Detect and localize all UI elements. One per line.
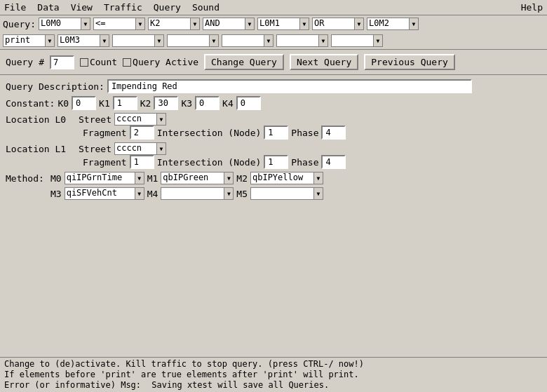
row2-combo4[interactable]: ▼ <box>167 34 219 47</box>
or-arrow[interactable]: ▼ <box>354 18 364 30</box>
method-row2: M3 qiSFVehCnt ▼ M4 ▼ M5 ▼ <box>50 187 541 200</box>
row2-val4[interactable] <box>167 34 209 47</box>
menu-view[interactable]: View <box>69 1 94 13</box>
m5-arrow[interactable]: ▼ <box>313 187 323 200</box>
row2-arrow6[interactable]: ▼ <box>318 34 328 47</box>
next-query-button[interactable]: Next Query <box>290 54 358 70</box>
l0m3-combo[interactable]: L0M3 ▼ <box>58 34 109 47</box>
and-arrow[interactable]: ▼ <box>245 18 255 30</box>
l0-fragment-input[interactable] <box>130 126 154 140</box>
l0-fragment-label: Fragment <box>83 128 127 138</box>
row2-val3[interactable] <box>112 34 154 47</box>
m1-arrow[interactable]: ▼ <box>224 172 234 184</box>
query-active-label[interactable]: Query Active <box>123 57 198 67</box>
method-label: Method: <box>6 173 48 184</box>
count-checkbox-label[interactable]: Count <box>80 57 117 67</box>
l0-street-value[interactable]: ccccn <box>114 113 156 126</box>
l1-phase-input[interactable] <box>321 155 346 169</box>
m3-arrow[interactable]: ▼ <box>135 187 144 200</box>
menu-data[interactable]: Data <box>36 1 60 13</box>
m3-label: M3 <box>50 189 62 199</box>
row2-combo6[interactable]: ▼ <box>276 34 328 47</box>
previous-query-button[interactable]: Previous Query <box>364 54 455 70</box>
count-checkbox[interactable] <box>80 58 88 67</box>
row2-combo7[interactable]: ▼ <box>331 34 383 47</box>
l1-fragment-input[interactable] <box>130 155 154 169</box>
print-combo[interactable]: print ▼ <box>3 34 55 47</box>
m0-arrow[interactable]: ▼ <box>135 172 144 184</box>
l0m2-value[interactable]: L0M2 <box>367 18 409 30</box>
m1-combo[interactable]: qbIPGreen ▼ <box>161 172 234 184</box>
l0-phase-input[interactable] <box>321 126 346 140</box>
l0m3-arrow[interactable]: ▼ <box>100 34 109 47</box>
query-active-checkbox[interactable] <box>123 58 131 67</box>
description-input[interactable] <box>107 79 472 93</box>
k4-input[interactable] <box>236 96 261 110</box>
row2-val6[interactable] <box>276 34 318 47</box>
location-l1-row: Location L1 Street ccccn ▼ <box>6 142 541 155</box>
k3-label: K3 <box>181 98 192 109</box>
row2-arrow3[interactable]: ▼ <box>154 34 164 47</box>
and-combo[interactable]: AND ▼ <box>203 18 255 30</box>
change-query-button[interactable]: Change Query <box>204 54 284 70</box>
print-value[interactable]: print <box>3 34 45 47</box>
l0m2-arrow[interactable]: ▼ <box>409 18 419 30</box>
l0m0-combo[interactable]: L0M0 ▼ <box>39 18 90 30</box>
l1-street-combo[interactable]: ccccn ▼ <box>114 142 166 155</box>
l0m0-value[interactable]: L0M0 <box>39 18 81 30</box>
row2-combo3[interactable]: ▼ <box>112 34 164 47</box>
row2-arrow4[interactable]: ▼ <box>209 34 219 47</box>
l0-intersection-input[interactable] <box>264 126 288 140</box>
menu-sound[interactable]: Sound <box>191 1 221 13</box>
row2-combo5[interactable]: ▼ <box>222 34 274 47</box>
l0m2-combo[interactable]: L0M2 ▼ <box>367 18 419 30</box>
k2-input[interactable] <box>154 96 178 110</box>
or-combo[interactable]: OR ▼ <box>312 18 364 30</box>
and-value[interactable]: AND <box>203 18 245 30</box>
l0m1-value[interactable]: L0M1 <box>257 18 299 30</box>
menu-traffic[interactable]: Traffic <box>102 1 144 13</box>
row2-val5[interactable] <box>222 34 264 47</box>
m2-value[interactable]: qbIPYellow <box>250 172 313 184</box>
l0-street-combo[interactable]: ccccn ▼ <box>114 113 166 126</box>
l1-intersection-input[interactable] <box>264 155 288 169</box>
m2-arrow[interactable]: ▼ <box>313 172 323 184</box>
m3-combo[interactable]: qiSFVehCnt ▼ <box>65 187 144 200</box>
k2-value[interactable]: K2 <box>148 18 190 30</box>
l0m1-arrow[interactable]: ▼ <box>299 18 309 30</box>
k3-input[interactable] <box>195 96 220 110</box>
k2-arrow[interactable]: ▼ <box>190 18 200 30</box>
m5-value[interactable] <box>250 187 313 200</box>
m4-arrow[interactable]: ▼ <box>224 187 234 200</box>
m5-combo[interactable]: ▼ <box>250 187 323 200</box>
k0-input[interactable] <box>72 96 96 110</box>
or-value[interactable]: OR <box>312 18 354 30</box>
l0m1-combo[interactable]: L0M1 ▼ <box>257 18 309 30</box>
l0m3-value[interactable]: L0M3 <box>58 34 100 47</box>
row2-arrow7[interactable]: ▼ <box>373 34 383 47</box>
op-arrow[interactable]: ▼ <box>135 18 145 30</box>
l1-street-arrow[interactable]: ▼ <box>156 142 166 155</box>
row2-arrow5[interactable]: ▼ <box>264 34 274 47</box>
location-l0-sub-row: Fragment Intersection (Node) Phase <box>83 126 541 140</box>
op-value[interactable]: <= <box>93 18 135 30</box>
m2-combo[interactable]: qbIPYellow ▼ <box>250 172 323 184</box>
k1-input[interactable] <box>113 96 137 110</box>
op-combo[interactable]: <= ▼ <box>93 18 145 30</box>
row2-val7[interactable] <box>331 34 373 47</box>
l0-street-arrow[interactable]: ▼ <box>156 113 166 126</box>
menu-query[interactable]: Query <box>152 1 182 13</box>
menu-help[interactable]: Help <box>520 1 544 13</box>
m4-combo[interactable]: ▼ <box>161 187 234 200</box>
m0-value[interactable]: qiIPGrnTime <box>65 172 135 184</box>
l1-street-value[interactable]: ccccn <box>114 142 156 155</box>
m0-combo[interactable]: qiIPGrnTime ▼ <box>65 172 144 184</box>
l0m0-arrow[interactable]: ▼ <box>81 18 90 30</box>
m3-value[interactable]: qiSFVehCnt <box>65 187 135 200</box>
k2-combo[interactable]: K2 ▼ <box>148 18 200 30</box>
print-arrow[interactable]: ▼ <box>45 34 55 47</box>
m1-value[interactable]: qbIPGreen <box>161 172 224 184</box>
m4-value[interactable] <box>161 187 224 200</box>
l0-phase-label: Phase <box>291 128 318 138</box>
menu-file[interactable]: File <box>3 1 27 13</box>
